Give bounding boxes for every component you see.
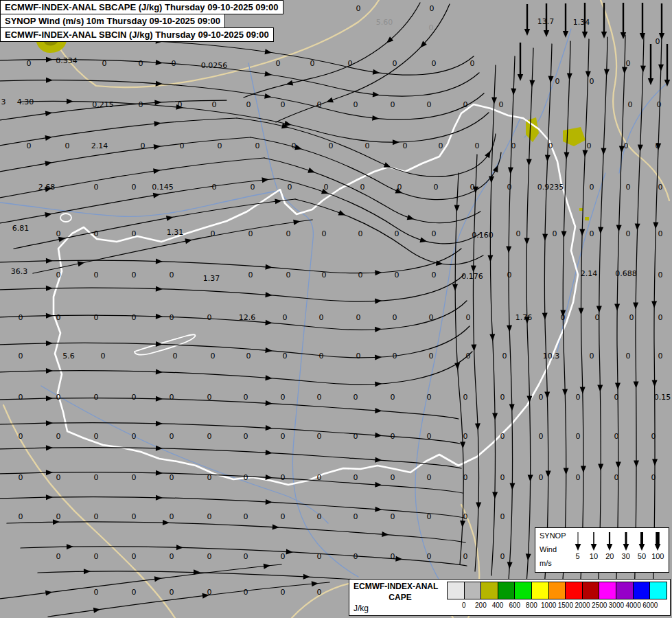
streamline-arrowhead-icon — [67, 99, 73, 104]
cape-tick-2500: 2500 — [592, 602, 607, 609]
wind-arrow-icon — [587, 530, 601, 552]
streamline-arrowhead-icon — [622, 67, 627, 74]
synop-speed-100: 100 — [650, 530, 666, 570]
streamline-arrowhead-icon — [640, 66, 646, 73]
streamline-arrowhead-icon — [407, 215, 415, 222]
streamline-arrowhead-icon — [46, 57, 53, 62]
streamline-arrowhead-icon — [507, 562, 513, 569]
cape-swatch-10 — [616, 582, 634, 599]
streamline-arrowhead-icon — [567, 73, 572, 80]
streamline-arrowhead-icon — [375, 482, 382, 488]
streamline-arrowhead-icon — [616, 462, 621, 469]
synop-speed-label: 30 — [622, 552, 630, 560]
streamline-arrowhead-icon — [266, 400, 273, 407]
streamline-arrowhead-icon — [562, 389, 568, 396]
streamline-arrowhead-icon — [372, 115, 380, 122]
streamline-arrowhead-icon — [176, 104, 183, 111]
streamline-arrowhead-icon — [303, 574, 310, 580]
streamline-arrowhead-icon — [544, 391, 550, 398]
streamline-arrowhead-icon — [265, 264, 273, 271]
streamline-arrowhead-icon — [579, 308, 584, 315]
streamline-arrowhead-icon — [375, 381, 382, 387]
streamline-arrowhead-icon — [564, 152, 569, 159]
synop-speed-label: 100 — [651, 552, 664, 560]
streamline-arrowhead-icon — [375, 270, 382, 276]
synop-speed-label: 20 — [605, 552, 614, 560]
weather-map-canvas: 0000000000000000000000000000000000000000… — [0, 0, 672, 618]
streamline-arrowhead-icon — [473, 187, 478, 194]
streamline-arrowhead-icon — [634, 382, 639, 389]
streamline-arrowhead-icon — [476, 502, 481, 509]
station-wind-arrowhead-icon — [518, 74, 523, 81]
streamline-arrowhead-icon — [321, 189, 329, 196]
streamline-arrowhead-icon — [596, 306, 602, 313]
streamline-arrowhead-icon — [45, 185, 52, 192]
streamline-arrowhead-icon — [46, 78, 53, 83]
streamline-arrowhead-icon — [375, 433, 382, 439]
station-wind-arrowhead-icon — [648, 78, 653, 85]
cape-tick-row: 0200400600800100015002000250030004000600… — [447, 599, 667, 611]
station-wind-arrowhead-icon — [544, 30, 549, 37]
cape-swatch-0 — [448, 582, 465, 599]
streamline-arrowhead-icon — [202, 593, 209, 599]
streamline-arrowhead-icon — [156, 396, 163, 402]
streamline-arrowhead-icon — [84, 569, 91, 574]
streamline-arrowhead-icon — [529, 80, 535, 87]
cape-tick-6000: 6000 — [642, 602, 658, 609]
streamline-arrowhead-icon — [395, 188, 404, 196]
streamline-arrowhead-icon — [508, 168, 513, 174]
streamline-arrowhead-icon — [526, 159, 531, 165]
streamline-arrowhead-icon — [471, 345, 476, 352]
cape-swatch-12 — [650, 582, 667, 599]
streamline-arrowhead-icon — [382, 531, 389, 538]
title-synop-wind: SYNOP Wind (m/s) 10m Thursday 09-10-2025… — [0, 14, 225, 28]
streamline-arrowhead-icon — [653, 222, 658, 229]
synop-speed-label: 10 — [590, 552, 598, 560]
station-wind-arrowhead-icon — [563, 31, 568, 38]
station-wind-arrowhead-icon — [640, 33, 645, 40]
streamline-arrowhead-icon — [286, 549, 293, 556]
station-wind-arrowhead-icon — [659, 33, 664, 40]
cape-tick-3000: 3000 — [609, 602, 624, 609]
map-graphics — [0, 0, 672, 618]
streamline-arrowhead-icon — [564, 468, 569, 475]
streamline-arrowhead-icon — [67, 544, 73, 549]
station-wind-arrowhead-icon — [664, 80, 670, 87]
cape-swatch-11 — [634, 582, 651, 599]
cape-tick-0: 0 — [462, 602, 466, 609]
streamline-arrowhead-icon — [511, 89, 516, 95]
streamline-arrowhead-icon — [507, 325, 512, 332]
streamline-arrowhead-icon — [633, 303, 638, 310]
streamline-arrowhead-icon — [454, 205, 459, 212]
streamline-arrowhead-icon — [156, 314, 163, 319]
cape-swatch-8 — [583, 582, 600, 599]
streamline-arrowhead-icon — [154, 144, 161, 150]
streamline-arrowhead-icon — [45, 211, 52, 218]
cape-swatch-9 — [599, 582, 616, 599]
streamline-arrowhead-icon — [266, 450, 273, 456]
streamline-arrowhead-icon — [264, 93, 272, 100]
streamline-arrowhead-icon — [395, 556, 403, 562]
synop-speed-5: 5 — [570, 530, 586, 570]
streamline-arrowhead-icon — [265, 320, 273, 326]
streamline-arrowhead-icon — [375, 298, 382, 304]
streamline-arrowhead-icon — [266, 425, 273, 431]
streamline-arrowhead-icon — [156, 369, 163, 375]
streamline-arrowhead-icon — [581, 466, 586, 473]
streamline-arrowhead-icon — [393, 139, 399, 145]
streamline-arrowhead-icon — [264, 563, 271, 569]
synop-legend-units: m/s — [540, 559, 570, 567]
streamline-arrowhead-icon — [156, 286, 163, 292]
streamline-arrowhead-icon — [651, 301, 657, 308]
streamline-arrowhead-icon — [154, 120, 161, 126]
streamline-arrowhead-icon — [46, 286, 53, 291]
streamline-arrowhead-icon — [597, 385, 603, 391]
streamline-arrowhead-icon — [615, 382, 621, 389]
streamline-arrowhead-icon — [46, 258, 53, 264]
streamline-arrowhead-icon — [634, 223, 640, 230]
cape-tick-600: 600 — [509, 602, 520, 609]
streamline-arrowhead-icon — [375, 354, 382, 360]
title-sbcape: ECMWF-INDEX-ANAL SBCAPE (J/kg) Thursday … — [0, 0, 283, 14]
cape-tick-1000: 1000 — [541, 602, 556, 609]
streamline-arrowhead-icon — [375, 408, 382, 414]
